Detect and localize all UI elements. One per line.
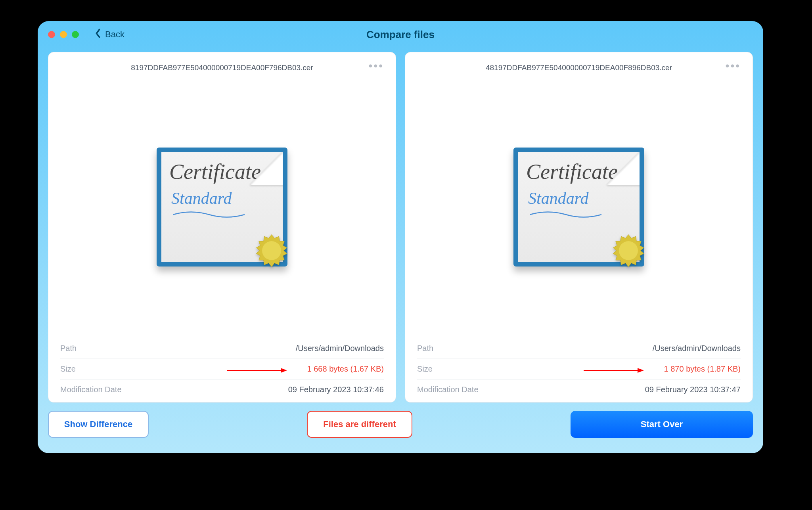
back-button[interactable]: Back (95, 29, 124, 40)
moddate-value: 09 February 2023 10:37:47 (645, 385, 741, 394)
page-fold-icon (607, 148, 644, 185)
more-options-button[interactable]: ••• (726, 62, 741, 70)
window-controls (48, 31, 79, 38)
file-preview: Certificate Standard (60, 74, 384, 340)
stage: Back Compare files 8197DDFAB977E50400000… (0, 0, 812, 510)
meta-row-size: Size 1 870 bytes (1.87 KB) (417, 364, 741, 380)
meta-row-path: Path /Users/admin/Downloads (417, 344, 741, 359)
difference-arrow-icon (227, 370, 286, 371)
size-label: Size (417, 364, 433, 374)
panel-header: 48197DDFAB977E504000000719DEA00F896DB03.… (417, 62, 741, 74)
comparison-status-label: Files are different (323, 419, 396, 429)
certificate-icon: Certificate Standard (513, 148, 644, 267)
minimize-window-button[interactable] (60, 31, 67, 38)
filename: 48197DDFAB977E504000000719DEA00F896DB03.… (486, 63, 672, 72)
show-difference-button[interactable]: Show Difference (48, 411, 149, 438)
svg-point-0 (262, 241, 281, 260)
size-label: Size (60, 364, 76, 374)
file-preview: Certificate Standard (417, 74, 741, 340)
more-options-button[interactable]: ••• (369, 62, 384, 70)
titlebar: Back Compare files (38, 21, 763, 48)
start-over-button[interactable]: Start Over (571, 411, 753, 438)
footer: Show Difference Files are different Star… (38, 403, 763, 453)
file-panel-right: 48197DDFAB977E504000000719DEA00F896DB03.… (405, 52, 753, 403)
path-label: Path (417, 344, 433, 353)
certificate-subtitle: Standard (171, 189, 232, 208)
svg-point-1 (619, 241, 638, 260)
flourish-icon (171, 211, 247, 218)
comparison-status-badge: Files are different (307, 411, 412, 438)
meta-row-size: Size 1 668 bytes (1.67 KB) (60, 364, 384, 380)
chevron-left-icon (95, 29, 101, 40)
back-label: Back (105, 29, 124, 40)
app-window: Back Compare files 8197DDFAB977E50400000… (38, 21, 763, 453)
file-meta: Path /Users/admin/Downloads Size 1 870 b… (417, 340, 741, 394)
panel-header: 8197DDFAB977E504000000719DEA00F796DB03.c… (60, 62, 384, 74)
moddate-label: Modification Date (60, 385, 122, 394)
size-value: 1 870 bytes (1.87 KB) (664, 364, 741, 374)
certificate-title: Certificate (526, 159, 618, 184)
meta-row-moddate: Modification Date 09 February 2023 10:37… (417, 385, 741, 394)
size-value: 1 668 bytes (1.67 KB) (307, 364, 384, 374)
show-difference-label: Show Difference (64, 419, 132, 429)
seal-icon (253, 232, 290, 269)
seal-icon (610, 232, 647, 269)
path-label: Path (60, 344, 77, 353)
flourish-icon (528, 211, 603, 218)
file-panel-left: 8197DDFAB977E504000000719DEA00F796DB03.c… (48, 52, 396, 403)
difference-arrow-icon (584, 370, 643, 371)
certificate-icon: Certificate Standard (157, 148, 287, 267)
zoom-window-button[interactable] (72, 31, 79, 38)
certificate-title: Certificate (169, 159, 261, 184)
file-meta: Path /Users/admin/Downloads Size 1 668 b… (60, 340, 384, 394)
compare-panels: 8197DDFAB977E504000000719DEA00F796DB03.c… (38, 48, 763, 403)
moddate-label: Modification Date (417, 385, 479, 394)
filename: 8197DDFAB977E504000000719DEA00F796DB03.c… (131, 63, 313, 72)
path-value: /Users/admin/Downloads (296, 344, 384, 353)
path-value: /Users/admin/Downloads (653, 344, 741, 353)
meta-row-moddate: Modification Date 09 February 2023 10:37… (60, 385, 384, 394)
start-over-label: Start Over (641, 419, 683, 429)
window-title: Compare files (38, 29, 763, 41)
moddate-value: 09 February 2023 10:37:46 (288, 385, 384, 394)
page-fold-icon (250, 148, 287, 185)
meta-row-path: Path /Users/admin/Downloads (60, 344, 384, 359)
certificate-subtitle: Standard (528, 189, 588, 208)
close-window-button[interactable] (48, 31, 55, 38)
